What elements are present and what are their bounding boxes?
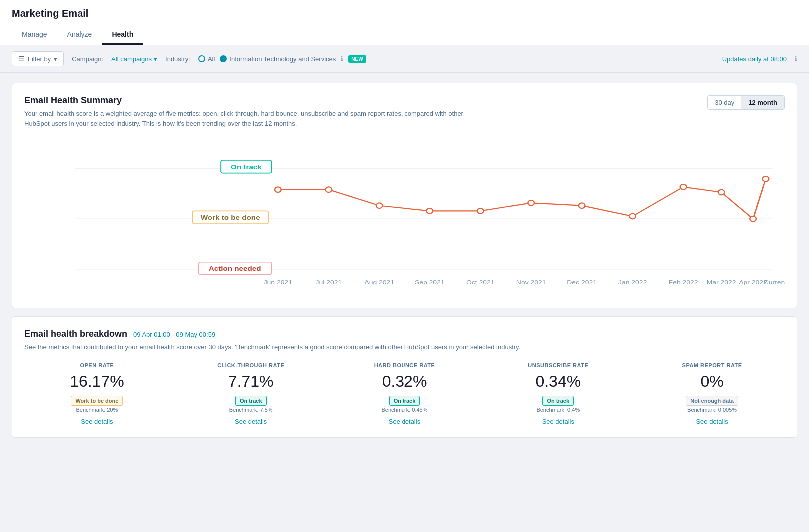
svg-text:Nov 2021: Nov 2021 [516,279,546,286]
hard-bounce-label: HARD BOUNCE RATE [374,362,435,368]
hard-bounce-value: 0.32% [382,372,427,391]
breakdown-description: See the metrics that contributed to your… [24,342,785,352]
svg-text:Apr 2022: Apr 2022 [739,279,767,286]
campaign-label: Campaign: [72,55,103,63]
filter-button[interactable]: ☰ Filter by ▾ [12,51,64,66]
toggle-group: 30 day 12 month [707,95,785,110]
app-title: Marketing Email [12,8,797,19]
hard-bounce-see-details[interactable]: See details [389,418,420,425]
app-header: Marketing Email Manage Analyze Health [0,0,809,45]
svg-text:Action needed: Action needed [209,265,261,272]
open-rate-see-details[interactable]: See details [81,418,113,425]
spam-badge: Not enough data [686,396,738,406]
datapoint-4 [477,208,484,214]
breakdown-card: Email health breakdown 09 Apr 01:00 - 09… [12,316,797,438]
ctr-benchmark: Benchmark: 7.5% [229,407,273,413]
toggle-30day[interactable]: 30 day [708,96,741,109]
breakdown-title: Email health breakdown [24,329,127,339]
datapoint-0 [275,187,281,192]
metric-open-rate: OPEN RATE 16.17% Work to be done Benchma… [24,362,170,425]
radio-industry[interactable]: Information Technology and Services [220,55,336,63]
breakdown-date: 09 Apr 01:00 - 09 May 00:59 [133,331,215,338]
datapoint-2 [376,203,383,208]
datapoint-1 [325,187,332,192]
tabs-nav: Manage Analyze Health [12,25,797,45]
svg-text:Aug 2021: Aug 2021 [364,279,394,286]
main-content: Email Health Summary Your email health s… [0,73,809,448]
tab-health[interactable]: Health [102,25,143,45]
unsubscribe-see-details[interactable]: See details [542,418,574,425]
unsubscribe-badge: On track [542,396,574,406]
spam-label: SPAM REPORT RATE [682,362,742,368]
datapoint-7 [629,214,636,219]
svg-text:On track: On track [231,163,262,171]
metric-divider-4 [635,362,635,425]
summary-card: Email Health Summary Your email health s… [12,83,797,308]
metric-hard-bounce: HARD BOUNCE RATE 0.32% On track Benchmar… [332,362,477,425]
ctr-badge: On track [235,396,267,406]
open-rate-benchmark: Benchmark: 20% [76,407,118,413]
unsubscribe-label: UNSUBSCRIBE RATE [528,362,588,368]
updates-text: Updates daily at 08:00 [722,55,787,63]
hard-bounce-badge-row: On track Benchmark: 0.45% [382,396,428,413]
datapoint-3 [426,208,433,214]
svg-text:Oct 2021: Oct 2021 [466,279,495,286]
metric-ctr: CLICK-THROUGH RATE 7.71% On track Benchm… [178,362,324,425]
campaign-select[interactable]: All campaigns ▾ [111,55,157,63]
tab-manage[interactable]: Manage [12,25,57,45]
ctr-badge-row: On track Benchmark: 7.5% [229,396,273,413]
radio-all[interactable]: All [198,55,215,63]
datapoint-10 [750,216,756,222]
info-icon[interactable]: ℹ [341,55,343,62]
open-rate-badge: Work to be done [71,396,123,406]
metric-spam: SPAM REPORT RATE 0% Not enough data Benc… [639,362,785,425]
datapoint-9 [718,190,725,195]
datapoint-5 [528,200,534,206]
hard-bounce-benchmark: Benchmark: 0.45% [382,407,428,413]
spam-value: 0% [700,372,723,391]
radio-circle-industry [220,55,227,62]
filter-icon: ☰ [18,55,25,63]
radio-circle-all [198,55,205,62]
updates-info-icon[interactable]: ℹ [795,55,797,62]
chevron-down-icon: ▾ [154,55,157,63]
svg-text:Feb 2022: Feb 2022 [669,279,698,286]
health-chart: On track Work to be done Action needed [24,136,785,296]
spam-benchmark: Benchmark: 0.005% [687,407,737,413]
open-rate-value: 16.17% [70,372,124,391]
metrics-row: OPEN RATE 16.17% Work to be done Benchma… [24,362,785,425]
summary-header-row: Email Health Summary Your email health s… [24,95,785,128]
svg-text:Current: Current [764,279,785,286]
chart-svg: On track Work to be done Action needed [24,136,785,296]
spam-see-details[interactable]: See details [696,418,728,425]
metric-divider-3 [481,362,481,425]
tab-analyze[interactable]: Analyze [57,25,102,45]
health-line-solid [278,179,766,219]
metric-divider-1 [174,362,174,425]
industry-label: Industry: [165,55,190,63]
ctr-label: CLICK-THROUGH RATE [217,362,284,368]
spam-badge-row: Not enough data Benchmark: 0.005% [686,396,738,413]
metric-divider-2 [328,362,328,425]
unsubscribe-benchmark: Benchmark: 0.4% [536,407,580,413]
svg-text:Mar 2022: Mar 2022 [707,279,736,286]
hard-bounce-badge: On track [389,396,420,406]
svg-text:Jun 2021: Jun 2021 [264,279,292,286]
summary-title: Email Health Summary [24,95,474,106]
open-rate-badge-row: Work to be done Benchmark: 20% [71,396,123,413]
ctr-see-details[interactable]: See details [235,418,267,425]
svg-text:Sep 2021: Sep 2021 [415,279,445,286]
metric-unsubscribe: UNSUBSCRIBE RATE 0.34% On track Benchmar… [485,362,631,425]
svg-text:Work to be done: Work to be done [201,214,260,222]
new-badge: NEW [348,55,366,63]
toggle-12month[interactable]: 12 month [741,96,784,109]
svg-text:Jul 2021: Jul 2021 [315,279,342,286]
open-rate-label: OPEN RATE [80,362,114,368]
breakdown-header: Email health breakdown 09 Apr 01:00 - 09… [24,329,785,339]
filter-label: Filter by [28,55,51,63]
unsubscribe-value: 0.34% [535,372,581,391]
svg-text:Jan 2022: Jan 2022 [618,279,647,286]
datapoint-current [763,176,769,182]
summary-header-text: Email Health Summary Your email health s… [24,95,474,128]
toolbar: ☰ Filter by ▾ Campaign: All campaigns ▾ … [0,45,809,73]
